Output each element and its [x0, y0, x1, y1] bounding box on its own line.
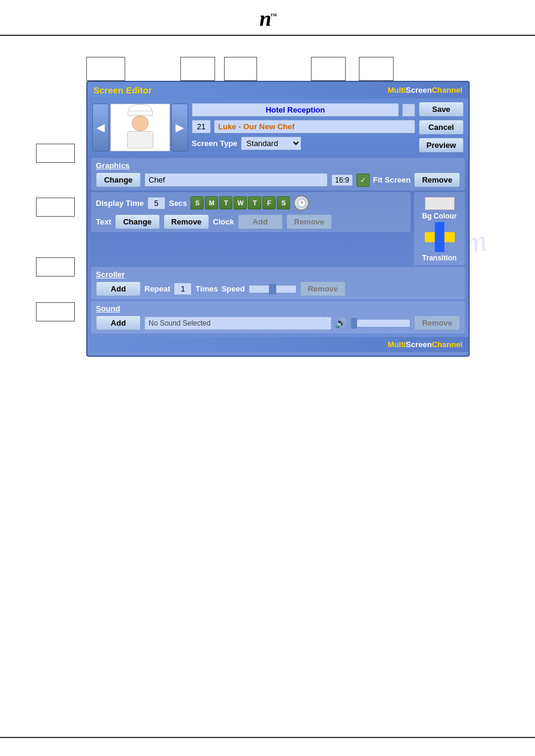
preview-button[interactable]: Preview — [419, 138, 464, 153]
day-thursday[interactable]: T — [248, 196, 261, 210]
annotation-tab-3 — [224, 57, 257, 81]
graphics-row: Change 16:9 ✓ Fit Screen Remove — [96, 172, 460, 187]
annotation-tab-5 — [359, 57, 394, 81]
image-navigation-area: ◀ ▶ — [92, 102, 188, 153]
left-ann-2 — [36, 198, 75, 217]
title-color-picker[interactable] — [402, 104, 415, 117]
transition-vertical — [434, 222, 445, 252]
day-tuesday[interactable]: T — [219, 196, 232, 210]
scroller-remove-button[interactable]: Remove — [300, 281, 346, 296]
screen-type-row: Screen Type Standard Full Screen Split S… — [192, 136, 415, 150]
day-monday[interactable]: M — [205, 196, 218, 210]
cancel-button[interactable]: Cancel — [419, 120, 464, 135]
sound-speaker-icon[interactable]: 🔊 — [335, 317, 347, 329]
app-header: n™ — [0, 0, 535, 36]
transition-label: Transition — [422, 254, 457, 262]
screen-image-preview — [110, 104, 170, 151]
bg-colour-label: Bg Colour — [422, 212, 457, 220]
left-ann-3 — [36, 257, 75, 277]
action-buttons: Save Cancel Preview — [419, 102, 464, 153]
repeat-label: Repeat — [144, 284, 170, 293]
chef-body — [127, 131, 153, 148]
sound-row: Add 🔊 Remove — [96, 315, 460, 330]
scroller-section: Scroller Add Repeat Times Speed Remove — [91, 267, 465, 299]
day-buttons-group: S M T W T F S — [191, 196, 290, 210]
sound-file-input[interactable] — [144, 317, 331, 330]
bg-transition-panel: Bg Colour Transition — [414, 192, 465, 265]
graphics-remove-button[interactable]: Remove — [414, 172, 460, 187]
text-change-button[interactable]: Change — [115, 214, 160, 229]
display-time-secs-input[interactable] — [147, 197, 165, 210]
day-sunday[interactable]: S — [191, 196, 204, 210]
sound-header: Sound — [96, 304, 460, 313]
scroller-add-button[interactable]: Add — [96, 281, 141, 296]
sound-section: Sound Add 🔊 Remove — [91, 301, 465, 333]
screen-type-label: Screen Type — [192, 139, 237, 148]
editor-top-row: ◀ ▶ — [87, 98, 468, 156]
annotation-tab-1 — [86, 57, 125, 81]
footer-channel: Channel — [432, 340, 463, 349]
main-content: Screen Editor MultiScreenChannel ◀ — [36, 36, 499, 357]
title-row — [192, 103, 415, 117]
chef-hat-base — [128, 111, 153, 116]
editor-brand: MultiScreenChannel — [388, 86, 463, 95]
graphics-filename-input[interactable] — [144, 173, 328, 187]
editor-footer: MultiScreenChannel — [87, 337, 468, 352]
sound-remove-button[interactable]: Remove — [414, 315, 460, 330]
secs-label: Secs — [169, 199, 187, 208]
sound-add-button[interactable]: Add — [96, 315, 141, 330]
editor-title: Screen Editor — [93, 85, 152, 95]
volume-slider[interactable] — [350, 319, 410, 327]
display-time-row: Display Time Secs S M T W T F S — [96, 195, 406, 211]
clock-add-button[interactable]: Add — [238, 214, 283, 229]
left-annotations — [36, 81, 86, 357]
screen-type-select[interactable]: Standard Full Screen Split Screen — [241, 136, 301, 150]
screen-number-input[interactable] — [192, 120, 211, 133]
fit-screen-label: Fit Screen — [373, 175, 411, 184]
day-wednesday[interactable]: W — [234, 196, 247, 210]
display-time-inner: Display Time Secs S M T W T F S — [91, 192, 410, 232]
graphics-change-button[interactable]: Change — [96, 172, 141, 187]
screen-name-input[interactable] — [214, 120, 415, 133]
graphics-section: Graphics Change 16:9 ✓ Fit Screen Remove — [91, 158, 465, 190]
chef-head — [132, 116, 149, 132]
repeat-times-input[interactable] — [174, 283, 192, 295]
text-clock-row: Text Change Remove Clock Add Remove — [96, 214, 406, 229]
transition-preview[interactable] — [425, 222, 455, 252]
scroller-row: Add Repeat Times Speed Remove — [96, 281, 460, 296]
day-saturday[interactable]: S — [277, 196, 290, 210]
top-annotations — [86, 36, 499, 81]
save-button[interactable]: Save — [419, 102, 464, 117]
number-name-row — [192, 120, 415, 133]
text-remove-button[interactable]: Remove — [164, 214, 210, 229]
bg-colour-picker[interactable] — [425, 197, 455, 210]
display-time-area: Display Time Secs S M T W T F S — [91, 192, 465, 265]
screen-fields: Screen Type Standard Full Screen Split S… — [192, 102, 415, 153]
footer-screen: Screen — [406, 340, 431, 349]
left-ann-1 — [36, 144, 75, 163]
prev-image-button[interactable]: ◀ — [92, 104, 109, 151]
schedule-clock-button[interactable]: 🕐 — [294, 195, 309, 211]
app-logo: n™ — [259, 6, 276, 31]
graphics-header: Graphics — [96, 161, 460, 170]
brand-channel: Channel — [432, 86, 463, 95]
brand-screen: Screen — [406, 86, 431, 95]
day-friday[interactable]: F — [262, 196, 276, 210]
footer-multi: Multi — [388, 340, 406, 349]
scroller-header: Scroller — [96, 270, 460, 279]
fit-screen-check[interactable]: ✓ — [356, 174, 370, 187]
clock-label: Clock — [213, 217, 234, 226]
left-ann-4 — [36, 302, 75, 321]
screen-title-input[interactable] — [192, 103, 399, 117]
speed-slider[interactable] — [249, 285, 297, 293]
annotation-tab-2 — [180, 57, 215, 81]
footer-brand: MultiScreenChannel — [388, 340, 463, 349]
bottom-divider — [0, 737, 535, 738]
clock-remove-button[interactable]: Remove — [286, 214, 333, 229]
screen-editor-panel: Screen Editor MultiScreenChannel ◀ — [86, 81, 470, 357]
chef-image — [127, 104, 153, 151]
aspect-ratio-box: 16:9 — [331, 174, 352, 186]
next-image-button[interactable]: ▶ — [171, 104, 188, 151]
display-time-label: Display Time — [96, 199, 144, 208]
speed-label: Speed — [222, 284, 245, 293]
